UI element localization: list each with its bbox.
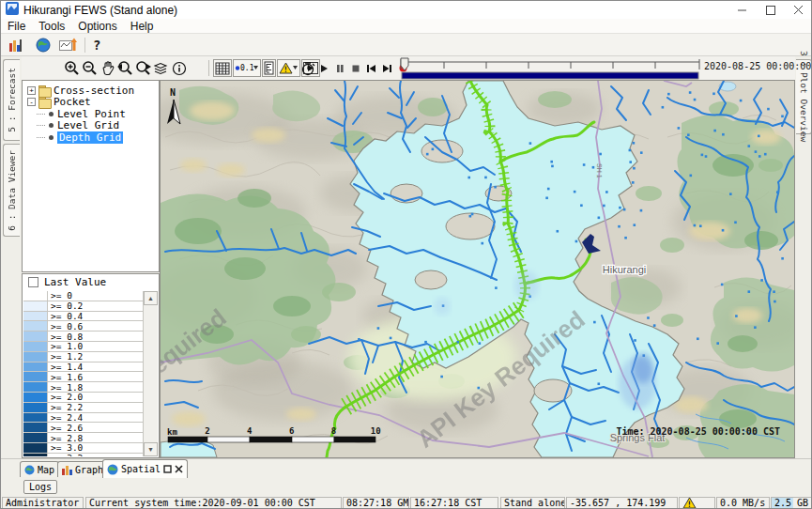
legend-row: >= 0 [23, 291, 143, 301]
window-title: Hikurangi FEWS (Stand alone) [23, 4, 177, 17]
zoom-in-icon[interactable] [63, 59, 81, 78]
status-cell-0: Administrator [2, 497, 84, 509]
tree-expander[interactable]: + [27, 86, 36, 95]
legend-panel: Last Value >= 0>= 0.2>= 0.4>= 0.6>= 0.8>… [22, 273, 160, 458]
legend-row: >= 1.2 [23, 352, 143, 362]
map-view[interactable]: API Key Required API Key Required N Hiku… [160, 80, 795, 458]
svg-text:6: 6 [289, 426, 294, 436]
pause-icon[interactable] [331, 59, 347, 78]
sidebar-tab-data-viewer[interactable]: 6 : Data Viewer [3, 144, 20, 237]
help-icon[interactable]: ? [93, 38, 100, 53]
status-cell-5: -35.657 , 174.199 [566, 497, 678, 509]
legend-row: >= 0.4 [23, 312, 143, 322]
legend-row: >= 2.8 [23, 433, 143, 443]
threshold-dropdown[interactable]: 0.1 [233, 59, 261, 77]
tree-item-pocket[interactable]: -Pocket [23, 97, 159, 109]
info-icon[interactable] [170, 59, 188, 78]
legend-row: >= 0.2 [23, 301, 143, 312]
legend-table: >= 0>= 0.2>= 0.4>= 0.6>= 0.8>= 1.0>= 1.2… [23, 291, 143, 456]
status-cell-3: 16:27:18 CST [410, 497, 498, 509]
legend-row: >= 1.0 [23, 342, 143, 352]
node-bullet-icon [49, 135, 54, 140]
menu-tools[interactable]: Tools [32, 20, 71, 33]
last-value-label: Last Value [44, 276, 106, 288]
layer-tree-panel: +Cross-section-PocketLevel PointLevel Gr… [22, 80, 160, 272]
tree-item-depth-grid[interactable]: Depth Grid [23, 131, 159, 144]
status-bar: AdministratorCurrent system time:2020-09… [1, 496, 812, 509]
town-label: Hikurangi [603, 264, 646, 275]
app-icon [6, 2, 19, 19]
legend-row: >= 2.2 [23, 403, 143, 413]
zoom-next-icon[interactable] [134, 59, 152, 78]
legend-scrollbar[interactable]: ▲ ▼ [143, 291, 158, 456]
menu-options[interactable]: Options [71, 20, 123, 33]
legend-row: >= 1.4 [23, 362, 143, 373]
status-cell-4: Stand alone [500, 497, 565, 509]
legend-row: >= 1.8 [23, 382, 143, 393]
timeline-slider[interactable] [399, 56, 701, 80]
globe-icon[interactable] [34, 36, 52, 54]
menu-file[interactable]: File [1, 20, 32, 33]
close-button[interactable] [785, 1, 812, 19]
minimize-button[interactable] [728, 1, 757, 19]
main-toolbar: ? [1, 35, 812, 56]
sidebar-tab-forecast[interactable]: 5 : Forecast [3, 59, 20, 141]
explorer-bars-icon[interactable] [7, 36, 24, 54]
spatial-display-icon[interactable] [59, 36, 77, 54]
timeline-datetime: 2020-08-25 00:00:00 CST [704, 61, 798, 71]
svg-text:4: 4 [247, 426, 253, 436]
map-time-label: Time: 2020-08-25 00:00:00 CST [616, 426, 780, 437]
zoom-previous-icon[interactable] [116, 59, 134, 78]
folder-icon [38, 85, 51, 96]
node-bullet-icon [49, 112, 54, 116]
status-cell-1: Current system time:2020-09-01 00:00 CST [85, 497, 342, 509]
application-window: Hikurangi FEWS (Stand alone) FileToolsOp… [0, 0, 812, 509]
bottom-bar: Map Graph Spatial Logs [1, 458, 812, 496]
legend-row: >= 2.4 [23, 413, 143, 424]
legend-row: >= 0.6 [23, 321, 143, 332]
scroll-down-button[interactable]: ▼ [144, 442, 158, 456]
status-cell-2: 08:27:18 GMT [343, 497, 409, 509]
title-bar[interactable]: Hikurangi FEWS (Stand alone) [1, 1, 812, 19]
scale-icon[interactable] [262, 59, 276, 77]
legend-row: >= 0.8 [23, 332, 143, 342]
status-cell-7: 0.0 MB/s [716, 497, 770, 509]
tree-item-cross-section[interactable]: +Cross-section [23, 85, 159, 97]
tree-expander[interactable]: - [27, 98, 36, 106]
timer-icon[interactable] [299, 59, 315, 78]
timeline-handle[interactable] [401, 58, 408, 70]
stop-icon[interactable] [347, 59, 363, 78]
last-icon[interactable] [379, 59, 395, 78]
tab-spatial[interactable]: Spatial [102, 459, 188, 478]
zoom-out-icon[interactable] [81, 59, 99, 78]
svg-text:N: N [170, 87, 176, 98]
svg-text:2: 2 [205, 426, 209, 436]
warning-dropdown[interactable] [277, 59, 300, 77]
play-icon[interactable] [315, 59, 331, 78]
status-cell-6 [679, 497, 715, 509]
folder-icon [38, 97, 51, 107]
tree-item-level-point[interactable]: Level Point [23, 108, 159, 120]
legend-row: >= 3.2 [23, 454, 143, 456]
svg-text:8: 8 [331, 426, 336, 436]
tree-item-level-grid[interactable]: Level Grid [23, 120, 159, 132]
restore-view-icon[interactable] [163, 465, 172, 473]
legend-row: >= 1.6 [23, 372, 143, 382]
close-view-icon[interactable] [175, 465, 183, 473]
last-value-checkbox[interactable] [28, 277, 38, 287]
svg-text:10: 10 [371, 426, 381, 436]
status-cell-8: 2.5 GB [771, 497, 812, 509]
tab-graph[interactable]: Graph [57, 461, 108, 477]
maximize-button[interactable] [757, 1, 785, 19]
legend-row: >= 3.0 [23, 443, 143, 454]
logs-button[interactable]: Logs [23, 480, 57, 494]
last-value-row: Last Value [23, 274, 159, 290]
first-icon[interactable] [363, 59, 379, 78]
tab-map[interactable]: Map [20, 461, 59, 477]
menu-bar: FileToolsOptionsHelp [1, 19, 812, 34]
grid-icon[interactable] [213, 59, 232, 77]
pan-hand-icon[interactable] [99, 59, 116, 78]
layers-icon[interactable] [152, 59, 170, 78]
scroll-up-button[interactable]: ▲ [144, 291, 158, 305]
menu-help[interactable]: Help [124, 20, 161, 33]
